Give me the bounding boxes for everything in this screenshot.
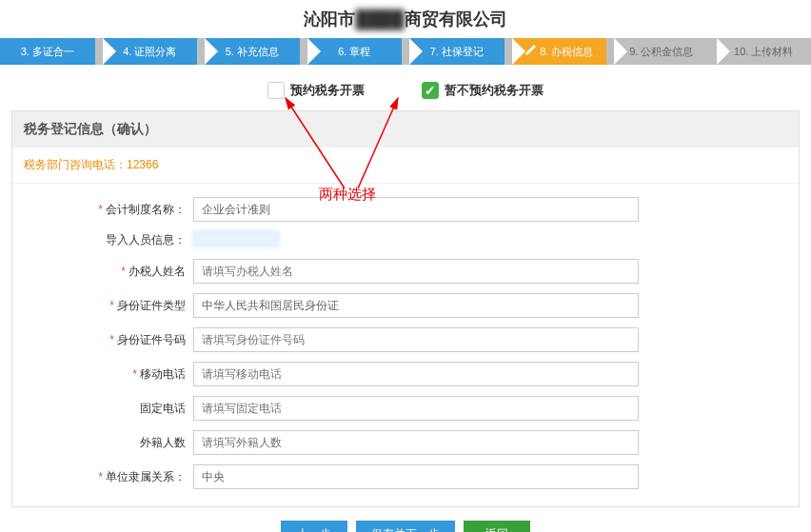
idtype-label: *身份证件类型 [12, 298, 193, 314]
button-bar: 上一步 保存并下一步 返回 [0, 507, 811, 532]
import-label: 导入人员信息： [12, 232, 193, 248]
mobile-input[interactable] [193, 362, 639, 386]
idtype-select[interactable]: 中华人民共和国居民身份证 [193, 293, 639, 318]
import-box[interactable] [193, 231, 279, 246]
annotation-text: 两种选择 [319, 186, 376, 204]
tax-form: *会计制度名称： 企业会计准则 导入人员信息： *办税人姓名 *身份证件类型 中… [12, 184, 799, 506]
unitrel-select[interactable]: 中央 [193, 464, 639, 489]
unitrel-label: *单位隶属关系： [12, 469, 193, 485]
foreign-input[interactable] [193, 430, 639, 455]
svg-line-1 [358, 98, 398, 188]
idnum-input[interactable] [193, 327, 639, 352]
svg-line-0 [286, 98, 345, 188]
mobile-label: *移动电话 [12, 366, 193, 383]
phone-input[interactable] [193, 396, 639, 421]
name-input[interactable] [193, 259, 639, 284]
idnum-label: *身份证件号码 [12, 332, 193, 348]
foreign-label: 外籍人数 [12, 435, 193, 451]
annotation-arrows [0, 0, 811, 209]
back-button[interactable]: 返回 [464, 521, 530, 532]
save-next-button[interactable]: 保存并下一步 [356, 521, 455, 532]
prev-button[interactable]: 上一步 [281, 521, 347, 532]
name-label: *办税人姓名 [12, 264, 193, 280]
phone-label: 固定电话 [12, 401, 193, 417]
